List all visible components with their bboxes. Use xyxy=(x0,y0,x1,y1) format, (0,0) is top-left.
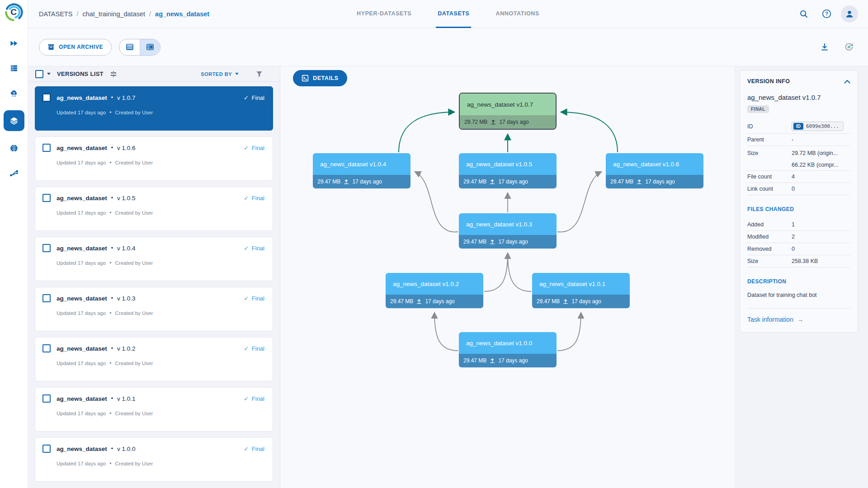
changed-size-label: Size xyxy=(747,258,792,264)
svg-text:?: ? xyxy=(825,11,828,16)
sidebar-item-datasets[interactable] xyxy=(4,110,24,131)
chevron-up-icon xyxy=(844,80,850,84)
task-information-link[interactable]: Task information → xyxy=(747,316,850,323)
version-item-name: ag_news_dataset xyxy=(57,295,107,302)
graph-node[interactable]: ag_news_dataset v1.0.1 29.47 MB 17 days … xyxy=(532,273,630,308)
link-count-row: Link count 0 xyxy=(747,183,850,195)
select-all-checkbox[interactable] xyxy=(35,70,43,78)
tab-annotations[interactable]: ANNOTATIONS xyxy=(494,0,541,28)
graph-edge xyxy=(561,112,618,152)
bullet-separator: • xyxy=(109,360,111,366)
check-icon: ✓ xyxy=(244,94,249,101)
graph-node[interactable]: ag_news_dataset v1.0.0 29.47 MB 17 days … xyxy=(459,332,557,367)
sidebar-item-models[interactable] xyxy=(4,141,24,156)
help-button[interactable]: ? xyxy=(818,6,835,22)
breadcrumb-item[interactable]: DATASETS xyxy=(39,10,72,18)
tab-hyper-datasets[interactable]: HYPER-DATASETS xyxy=(355,0,413,28)
version-name: ag_news_dataset v1.0.7 xyxy=(747,94,850,101)
version-item-version: v 1.0.4 xyxy=(117,245,136,252)
upload-icon xyxy=(637,179,642,184)
added-value: 1 xyxy=(792,221,850,228)
select-all-caret-icon[interactable] xyxy=(47,73,51,75)
size-compressed-value: 66.22 KB (compr... xyxy=(792,162,850,168)
parent-row: Parent - xyxy=(747,134,850,146)
graph-node[interactable]: ag_news_dataset v1.0.2 29.47 MB 17 days … xyxy=(386,273,483,308)
version-list-item[interactable]: ag_news_dataset • v 1.0.5 ✓ Final Update… xyxy=(35,187,273,231)
download-button[interactable] xyxy=(816,39,833,55)
breadcrumb-item[interactable]: chat_training_dataset xyxy=(82,10,145,18)
version-list-item[interactable]: ag_news_dataset • v 1.0.4 ✓ Final Update… xyxy=(35,237,273,281)
version-list-item[interactable]: ag_news_dataset • v 1.0.7 ✓ Final Update… xyxy=(35,86,273,131)
arrow-right-icon: → xyxy=(797,316,803,323)
version-list-item[interactable]: ag_news_dataset • v 1.0.6 ✓ Final Update… xyxy=(35,136,273,181)
app-sidebar: C xyxy=(0,0,28,488)
upload-icon xyxy=(491,119,496,125)
table-view-toggle[interactable] xyxy=(119,39,140,55)
version-item-updated: Updated 17 days ago xyxy=(57,210,106,216)
description-title: DESCRIPTION xyxy=(747,278,850,285)
tab-datasets[interactable]: DATASETS xyxy=(436,0,471,28)
sidebar-item-pipelines[interactable] xyxy=(4,165,24,181)
collapse-panel-button[interactable] xyxy=(844,80,850,84)
version-checkbox[interactable] xyxy=(42,445,51,453)
final-status: ✓ Final xyxy=(244,395,264,402)
final-status: ✓ Final xyxy=(244,446,264,452)
bullet-separator: • xyxy=(111,245,113,251)
graph-node[interactable]: ag_news_dataset v1.0.5 29.47 MB 17 days … xyxy=(459,153,557,188)
split-view-toggle[interactable] xyxy=(140,39,160,55)
id-chip-tag: ID xyxy=(793,123,803,130)
version-checkbox[interactable] xyxy=(42,244,51,252)
versions-list: ag_news_dataset • v 1.0.7 ✓ Final Update… xyxy=(28,82,280,488)
version-checkbox[interactable] xyxy=(42,194,51,202)
version-list-item[interactable]: ag_news_dataset • v 1.0.0 ✓ Final Update… xyxy=(35,437,273,482)
removed-label: Removed xyxy=(747,246,792,252)
version-checkbox[interactable] xyxy=(42,144,51,152)
version-item-updated: Updated 17 days ago xyxy=(57,110,106,115)
id-chip[interactable]: ID 6099e300... xyxy=(792,122,844,131)
open-archive-button[interactable]: OPEN ARCHIVE xyxy=(39,39,112,56)
sorted-by-dropdown[interactable]: SORTED BY xyxy=(201,71,239,77)
bullet-separator: • xyxy=(109,260,111,266)
version-item-name: ag_news_dataset xyxy=(57,345,107,352)
search-button[interactable] xyxy=(796,6,812,22)
server-rack-icon xyxy=(10,64,18,72)
graph-node-label: ag_news_dataset v1.0.3 xyxy=(459,213,557,235)
clearml-logo[interactable]: C xyxy=(4,2,24,22)
version-list-item[interactable]: ag_news_dataset • v 1.0.1 ✓ Final Update… xyxy=(35,387,273,432)
check-icon: ✓ xyxy=(244,345,249,352)
version-checkbox[interactable] xyxy=(42,344,51,352)
final-status-label: Final xyxy=(252,295,264,302)
list-settings-button[interactable] xyxy=(110,70,117,78)
tune-icon xyxy=(110,70,117,78)
modified-row: Modified 2 xyxy=(747,231,850,243)
version-list-item[interactable]: ag_news_dataset • v 1.0.3 ✓ Final Update… xyxy=(35,287,273,331)
sidebar-item-workers[interactable] xyxy=(4,61,24,76)
auto-refresh-button[interactable] xyxy=(841,39,857,55)
graph-node[interactable]: ag_news_dataset v1.0.4 29.47 MB 17 days … xyxy=(313,153,410,188)
final-status-label: Final xyxy=(252,195,264,202)
version-checkbox[interactable] xyxy=(42,394,51,403)
version-item-updated: Updated 17 days ago xyxy=(57,160,106,165)
task-information-label: Task information xyxy=(747,316,793,323)
version-checkbox[interactable] xyxy=(42,294,51,302)
user-avatar[interactable] xyxy=(841,5,858,23)
version-checkbox[interactable] xyxy=(42,94,51,102)
sidebar-item-expand[interactable] xyxy=(4,36,24,51)
breadcrumb-item[interactable]: ag_news_dataset xyxy=(155,10,209,18)
graph-node-size: 29.47 MB xyxy=(537,298,560,305)
version-list-item[interactable]: ag_news_dataset • v 1.0.2 ✓ Final Update… xyxy=(35,337,273,381)
content-area: VERSIONS LIST SORTED BY xyxy=(28,66,868,488)
final-status-label: Final xyxy=(252,395,264,402)
graph-node[interactable]: ag_news_dataset v1.0.3 29.47 MB 17 days … xyxy=(459,213,557,249)
upload-icon xyxy=(490,179,495,184)
graph-node-label: ag_news_dataset v1.0.7 xyxy=(460,94,556,115)
graph-node-updated: 17 days ago xyxy=(352,178,382,185)
upload-icon xyxy=(344,179,349,184)
graph-node[interactable]: ag_news_dataset v1.0.6 29.47 MB 17 days … xyxy=(606,153,703,188)
table-view-icon xyxy=(126,43,134,51)
sidebar-item-storage[interactable] xyxy=(4,85,24,101)
details-button[interactable]: DETAILS xyxy=(293,70,347,86)
bullet-separator: • xyxy=(109,410,111,417)
filter-button[interactable] xyxy=(256,70,263,77)
graph-node[interactable]: ag_news_dataset v1.0.7 29.72 MB 17 days … xyxy=(459,93,557,130)
